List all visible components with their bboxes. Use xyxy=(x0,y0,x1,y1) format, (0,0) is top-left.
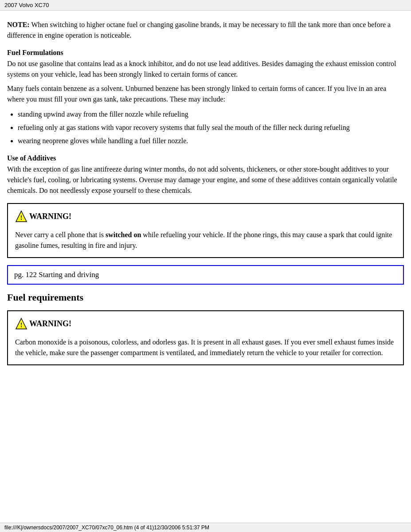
warning-label-1: WARNING! xyxy=(29,212,71,221)
fuel-formulations-heading: Fuel Formulations xyxy=(7,49,404,57)
fuel-requirements-heading: Fuel requirements xyxy=(7,292,404,303)
note-label: NOTE: xyxy=(7,21,30,28)
status-bar: file:///K|/ownersdocs/2007/2007_XC70/07x… xyxy=(0,523,411,532)
warning-text-2: Carbon monoxide is a poisonous, colorles… xyxy=(15,337,396,358)
warning-icon-2: ! xyxy=(15,317,27,330)
warning-box-2: ! WARNING! Carbon monoxide is a poisonou… xyxy=(7,310,404,365)
warning-text-bold-1: switched on xyxy=(106,231,141,239)
title-bar: 2007 Volvo XC70 xyxy=(0,0,411,11)
page-nav-box[interactable]: pg. 122 Starting and driving xyxy=(7,265,404,285)
warning-title-2: ! WARNING! xyxy=(15,317,396,330)
main-content: NOTE: When switching to higher octane fu… xyxy=(0,11,411,390)
note-text: When switching to higher octane fuel or … xyxy=(7,21,391,39)
status-bar-text: file:///K|/ownersdocs/2007/2007_XC70/07x… xyxy=(4,524,209,531)
list-item: wearing neoprene gloves while handling a… xyxy=(18,136,404,146)
list-item: refueling only at gas stations with vapo… xyxy=(18,122,404,133)
warning-text-1: Never carry a cell phone that is switche… xyxy=(15,230,396,251)
use-of-additives-heading: Use of Additives xyxy=(7,154,404,162)
warning-box-1: ! WARNING! Never carry a cell phone that… xyxy=(7,203,404,258)
use-of-additives-paragraph: With the exception of gas line antifreez… xyxy=(7,164,404,196)
svg-text:!: ! xyxy=(20,215,23,221)
fuel-formulations-paragraph1: Do not use gasoline that contains lead a… xyxy=(7,59,404,80)
fuel-formulations-paragraph2: Many fuels contain benzene as a solvent.… xyxy=(7,83,404,105)
svg-text:!: ! xyxy=(20,322,23,329)
fuel-formulations-bullets: standing upwind away from the filler noz… xyxy=(18,109,404,146)
title-bar-text: 2007 Volvo XC70 xyxy=(4,2,49,8)
warning-title-1: ! WARNING! xyxy=(15,210,396,223)
note-paragraph: NOTE: When switching to higher octane fu… xyxy=(7,20,404,41)
list-item: standing upwind away from the filler noz… xyxy=(18,109,404,120)
page-nav-text: pg. 122 Starting and driving xyxy=(14,270,99,279)
warning-label-2: WARNING! xyxy=(29,319,71,329)
warning-icon-1: ! xyxy=(15,210,27,223)
warning-text-before-1: Never carry a cell phone that is xyxy=(15,231,106,239)
